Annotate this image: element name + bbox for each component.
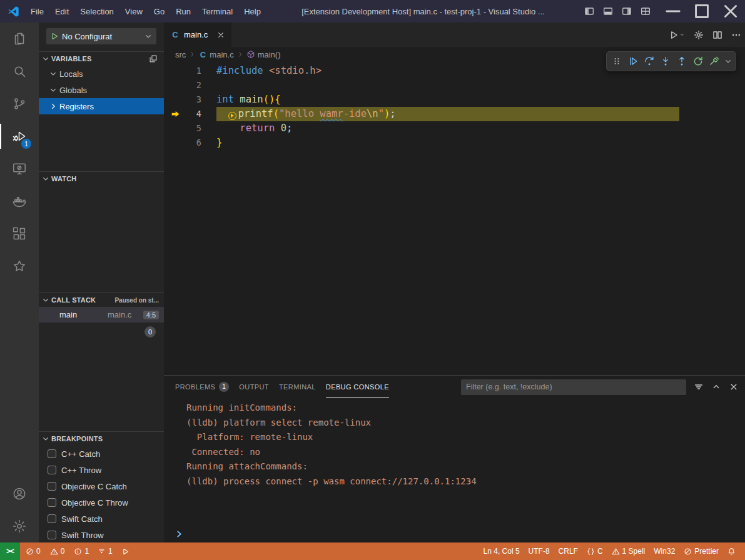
- cursor-position[interactable]: Ln 4, Col 5: [479, 542, 524, 560]
- tab-debug-console[interactable]: DEBUG CONSOLE: [326, 376, 389, 398]
- problems-status[interactable]: 0 0 1: [21, 542, 93, 560]
- breakpoint-item[interactable]: C++ Catch: [39, 446, 164, 462]
- debug-toolbar: [606, 51, 736, 71]
- menu-edit[interactable]: Edit: [49, 0, 74, 22]
- menu-go[interactable]: Go: [148, 0, 170, 22]
- menu-terminal[interactable]: Terminal: [196, 0, 238, 22]
- checkbox-unchecked[interactable]: [48, 531, 56, 539]
- variables-registers[interactable]: Registers: [39, 98, 164, 114]
- checkbox-unchecked[interactable]: [48, 514, 56, 523]
- run-menu-button[interactable]: [669, 30, 685, 40]
- activity-accounts[interactable]: [0, 478, 39, 510]
- code-line-text[interactable]: return 0;: [216, 121, 292, 136]
- split-editor-icon[interactable]: [712, 30, 722, 40]
- tab-problems[interactable]: PROBLEMS 1: [175, 376, 229, 398]
- tab-output[interactable]: OUTPUT: [239, 376, 269, 398]
- variables-header[interactable]: VARIABLES: [39, 52, 164, 66]
- minimize-button[interactable]: [659, 0, 687, 22]
- language-mode[interactable]: C: [582, 542, 607, 560]
- activity-docker[interactable]: [0, 185, 39, 218]
- close-tab-icon[interactable]: [216, 31, 225, 39]
- activity-search[interactable]: [0, 55, 39, 88]
- breakpoint-item[interactable]: Objective C Throw: [39, 494, 164, 511]
- activity-settings[interactable]: [0, 510, 39, 542]
- close-panel-icon[interactable]: [729, 382, 739, 392]
- code-editor[interactable]: 1#include <stdio.h>23int main(){4 printf…: [164, 62, 745, 375]
- current-line-arrow-icon[interactable]: [164, 107, 186, 121]
- stack-frame[interactable]: main main.c 4:5: [39, 307, 164, 322]
- code-line-text[interactable]: int main(){: [216, 92, 281, 107]
- breakpoint-gutter[interactable]: [164, 121, 186, 136]
- activity-remote-explorer[interactable]: [0, 152, 39, 185]
- debug-console-output[interactable]: Running initCommands: (lldb) platform se…: [164, 398, 745, 542]
- encoding-indicator[interactable]: UTF-8: [524, 542, 554, 560]
- breakpoint-item[interactable]: Swift Catch: [39, 511, 164, 527]
- formatter-status[interactable]: Prettier: [679, 542, 723, 560]
- breadcrumb-symbol[interactable]: main(): [258, 50, 281, 59]
- activity-run-debug[interactable]: 1: [0, 120, 39, 152]
- activity-source-control[interactable]: [0, 88, 39, 120]
- start-debug-icon[interactable]: [50, 32, 59, 41]
- toggle-panel-icon[interactable]: [603, 6, 613, 16]
- checkbox-unchecked[interactable]: [48, 449, 56, 458]
- spell-checker-status[interactable]: 1 Spell: [607, 542, 650, 560]
- toggle-secondary-sidebar-icon[interactable]: [622, 6, 632, 16]
- breakpoint-gutter[interactable]: [164, 78, 186, 92]
- menu-help[interactable]: Help: [238, 0, 266, 22]
- more-actions-icon[interactable]: [731, 30, 741, 40]
- step-into-button[interactable]: [657, 53, 674, 69]
- notifications-bell[interactable]: [723, 542, 740, 560]
- breakpoint-gutter[interactable]: [164, 92, 186, 107]
- toggle-sidebar-icon[interactable]: [584, 6, 594, 16]
- breakpoint-gutter[interactable]: [164, 64, 186, 78]
- breakpoints-header[interactable]: BREAKPOINTS: [39, 432, 164, 446]
- checkbox-unchecked[interactable]: [48, 482, 56, 491]
- ports-status[interactable]: 1: [93, 542, 117, 560]
- tab-main-c[interactable]: C main.c: [164, 22, 231, 47]
- code-line-text[interactable]: #include <stdio.h>: [216, 64, 322, 78]
- variables-locals[interactable]: Locals: [39, 66, 164, 82]
- checkbox-unchecked[interactable]: [48, 466, 56, 474]
- continue-button[interactable]: [625, 53, 641, 69]
- customize-layout-icon[interactable]: [641, 6, 651, 16]
- breadcrumb-file[interactable]: main.c: [210, 50, 233, 59]
- platform-indicator[interactable]: Win32: [649, 542, 679, 560]
- remote-indicator[interactable]: ><: [0, 542, 20, 560]
- tab-terminal[interactable]: TERMINAL: [279, 376, 316, 398]
- gear-icon[interactable]: [694, 30, 704, 40]
- maximize-button[interactable]: [687, 0, 716, 22]
- step-over-button[interactable]: [641, 53, 657, 69]
- breakpoint-item[interactable]: Swift Throw: [39, 527, 164, 542]
- checkbox-unchecked[interactable]: [48, 498, 56, 507]
- activity-wamr-ide[interactable]: [0, 250, 39, 282]
- drag-handle[interactable]: [609, 53, 625, 69]
- call-stack-header[interactable]: CALL STACK Paused on st...: [39, 293, 164, 307]
- menu-selection[interactable]: Selection: [74, 0, 119, 22]
- menu-file[interactable]: File: [25, 0, 49, 22]
- restart-button[interactable]: [690, 53, 706, 69]
- console-filter-input[interactable]: [461, 379, 686, 395]
- breakpoint-item[interactable]: Objective C Catch: [39, 478, 164, 494]
- disconnect-button[interactable]: [706, 53, 722, 69]
- activity-explorer[interactable]: [0, 22, 39, 55]
- breadcrumb-src[interactable]: src: [175, 50, 186, 59]
- filter-icon[interactable]: [694, 382, 704, 392]
- debug-actions-chevron-icon[interactable]: [724, 57, 732, 66]
- collapse-all-icon[interactable]: [149, 54, 158, 63]
- breakpoint-gutter[interactable]: [164, 136, 186, 150]
- console-prompt-icon[interactable]: [175, 529, 184, 539]
- maximize-panel-icon[interactable]: [711, 382, 721, 392]
- close-button[interactable]: [716, 0, 745, 22]
- code-line-text[interactable]: printf("hello wamr-ide\n");: [216, 107, 679, 121]
- menu-run[interactable]: Run: [170, 0, 196, 22]
- breakpoint-item[interactable]: C++ Throw: [39, 462, 164, 478]
- step-out-button[interactable]: [674, 53, 690, 69]
- eol-indicator[interactable]: CRLF: [554, 542, 582, 560]
- code-line-text[interactable]: }: [216, 136, 222, 150]
- menu-view[interactable]: View: [119, 0, 148, 22]
- watch-header[interactable]: WATCH: [39, 172, 164, 186]
- activity-extensions[interactable]: [0, 218, 39, 250]
- debug-launch-status[interactable]: [117, 542, 134, 560]
- variables-globals[interactable]: Globals: [39, 82, 164, 98]
- debug-config-dropdown[interactable]: No Configurat: [46, 28, 156, 44]
